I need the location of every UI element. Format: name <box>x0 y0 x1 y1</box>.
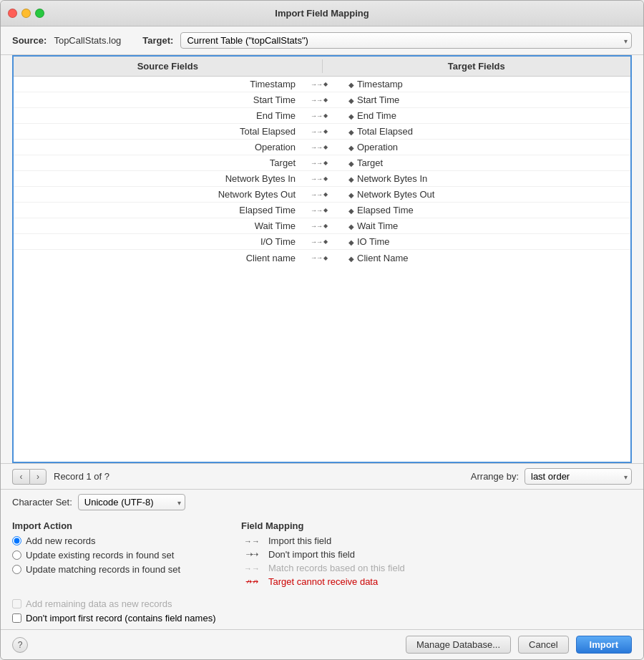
table-row[interactable]: Network Bytes Out →→ ◆ ◆Network Bytes Ou… <box>14 187 630 203</box>
field-source: Network Bytes Out <box>14 189 301 200</box>
col-target-header: Target Fields <box>323 59 631 73</box>
arrange-label: Arrange by: <box>471 471 519 482</box>
field-source: Start Time <box>14 94 301 105</box>
arrange-select[interactable]: last order <box>525 468 632 485</box>
add-remaining-checkbox-item: Add remaining data as new records <box>12 598 632 609</box>
table-row[interactable]: Operation →→ ◆ ◆Operation <box>14 140 630 155</box>
diamond-icon: ◆ <box>348 238 354 246</box>
source-value: TopCallStats.log <box>54 35 121 46</box>
arrow-icon: →→ ◆ <box>301 112 337 120</box>
field-source: End Time <box>14 110 301 121</box>
radio-update-matching-input[interactable] <box>12 565 21 574</box>
diamond-icon: ◆ <box>348 175 354 183</box>
field-target: ◆Client Name <box>337 253 630 263</box>
arrange-select-wrapper: last order ▾ <box>525 468 632 485</box>
add-remaining-checkbox <box>12 599 21 608</box>
charset-bar: Character Set: Unicode (UTF-8) ▾ <box>1 490 643 515</box>
field-target: ◆Network Bytes Out <box>337 189 630 200</box>
legend-item-cannot: ↛↛ Target cannot receive data <box>241 576 632 587</box>
table-row[interactable]: End Time →→ ◆ ◆End Time <box>14 108 630 124</box>
table-row[interactable]: Network Bytes In →→ ◆ ◆Network Bytes In <box>14 171 630 187</box>
field-source: Target <box>14 157 301 168</box>
field-target: ◆Total Elapsed <box>337 126 630 137</box>
diamond-icon: ◆ <box>348 81 354 89</box>
footer-options: Add remaining data as new records Don't … <box>1 596 643 629</box>
arrow-icon: →→ ◆ <box>301 207 337 214</box>
field-target: ◆Operation <box>337 142 630 152</box>
table-row[interactable]: I/O Time →→ ◆ ◆IO Time <box>14 234 630 250</box>
arrow-icon: →→ ◆ <box>301 254 337 261</box>
arrow-icon: →→ ◆ <box>301 191 337 198</box>
radio-add-new-label: Add new records <box>26 535 96 546</box>
legend-item-import: →→ Import this field <box>241 535 632 546</box>
radio-update-existing[interactable]: Update existing records in found set <box>12 550 213 560</box>
dont-import-first-checkbox[interactable] <box>12 613 21 623</box>
table-row[interactable]: Client name →→ ◆ ◆Client Name <box>14 250 630 266</box>
prev-record-button[interactable]: ‹ <box>12 469 29 485</box>
field-target: ◆Wait Time <box>337 220 630 231</box>
source-label: Source: <box>12 35 47 46</box>
minimize-button[interactable] <box>21 9 31 18</box>
field-target: ◆Timestamp <box>337 79 630 89</box>
field-source: I/O Time <box>14 236 301 247</box>
dont-import-first-checkbox-item[interactable]: Don't import first record (contains fiel… <box>12 613 632 623</box>
field-target: ◆Target <box>337 157 630 168</box>
cannot-arrow-icon: ↛↛ <box>241 577 263 586</box>
target-select[interactable]: Current Table ("topCallStats") <box>180 32 632 49</box>
cancel-button[interactable]: Cancel <box>518 636 568 654</box>
radio-add-new-input[interactable] <box>12 536 21 545</box>
record-info: Record 1 of ? <box>54 471 109 482</box>
target-label: Target: <box>142 35 173 46</box>
dont-import-first-label: Don't import first record (contains fiel… <box>26 613 215 623</box>
footer-bar: ? Manage Database... Cancel Import <box>1 629 643 659</box>
close-button[interactable] <box>8 9 17 18</box>
diamond-icon: ◆ <box>348 112 354 120</box>
diamond-icon: ◆ <box>348 144 354 152</box>
table-row[interactable]: Wait Time →→ ◆ ◆Wait Time <box>14 218 630 234</box>
diamond-icon: ◆ <box>348 191 354 199</box>
field-source: Wait Time <box>14 220 301 231</box>
titlebar: Import Field Mapping <box>1 1 643 26</box>
arrow-icon: →→ ◆ <box>301 97 337 104</box>
diamond-icon: ◆ <box>348 97 354 105</box>
manage-database-button[interactable]: Manage Database... <box>406 636 511 654</box>
field-target: ◆Elapsed Time <box>337 205 630 215</box>
diamond-icon: ◆ <box>348 128 354 136</box>
radio-update-matching[interactable]: Update matching records in found set <box>12 564 213 575</box>
field-source: Operation <box>14 142 301 152</box>
traffic-lights <box>8 9 44 18</box>
field-source: Timestamp <box>14 79 301 89</box>
legend-import-label: Import this field <box>268 535 331 546</box>
diamond-icon: ◆ <box>348 255 354 263</box>
field-source: Elapsed Time <box>14 205 301 215</box>
diamond-icon: ◆ <box>348 160 354 168</box>
maximize-button[interactable] <box>35 9 44 18</box>
field-mapping-legend: Field Mapping →→ Import this field ⇢⇢ Do… <box>241 520 632 590</box>
charset-select[interactable]: Unicode (UTF-8) <box>78 494 185 510</box>
col-source-header: Source Fields <box>14 59 323 73</box>
dont-import-arrow-icon: ⇢⇢ <box>241 550 263 559</box>
table-row[interactable]: Target →→ ◆ ◆Target <box>14 155 630 171</box>
mapping-header: Source Fields Target Fields <box>14 57 630 77</box>
table-row[interactable]: Elapsed Time →→ ◆ ◆Elapsed Time <box>14 203 630 218</box>
radio-update-matching-label: Update matching records in found set <box>26 564 180 575</box>
next-record-button[interactable]: › <box>29 469 47 485</box>
legend-item-match: →→ Match records based on this field <box>241 563 632 573</box>
radio-update-existing-input[interactable] <box>12 550 21 560</box>
arrow-icon: →→ ◆ <box>301 160 337 167</box>
diamond-icon: ◆ <box>348 207 354 215</box>
source-target-bar: Source: TopCallStats.log Target: Current… <box>1 26 643 55</box>
radio-add-new[interactable]: Add new records <box>12 535 213 546</box>
table-row[interactable]: Start Time →→ ◆ ◆Start Time <box>14 92 630 108</box>
table-row[interactable]: Total Elapsed →→ ◆ ◆Total Elapsed <box>14 124 630 140</box>
import-button[interactable]: Import <box>576 636 632 654</box>
help-button[interactable]: ? <box>12 637 28 653</box>
field-target: ◆Network Bytes In <box>337 173 630 184</box>
mapping-rows: Timestamp →→ ◆ ◆Timestamp Start Time →→ … <box>14 77 630 266</box>
field-mapping-title: Field Mapping <box>241 520 632 531</box>
legend-item-dont-import: ⇢⇢ Don't import this field <box>241 549 632 560</box>
arrow-icon: →→ ◆ <box>301 128 337 135</box>
legend-dont-import-label: Don't import this field <box>268 549 355 560</box>
add-remaining-label: Add remaining data as new records <box>26 598 172 609</box>
table-row[interactable]: Timestamp →→ ◆ ◆Timestamp <box>14 77 630 92</box>
